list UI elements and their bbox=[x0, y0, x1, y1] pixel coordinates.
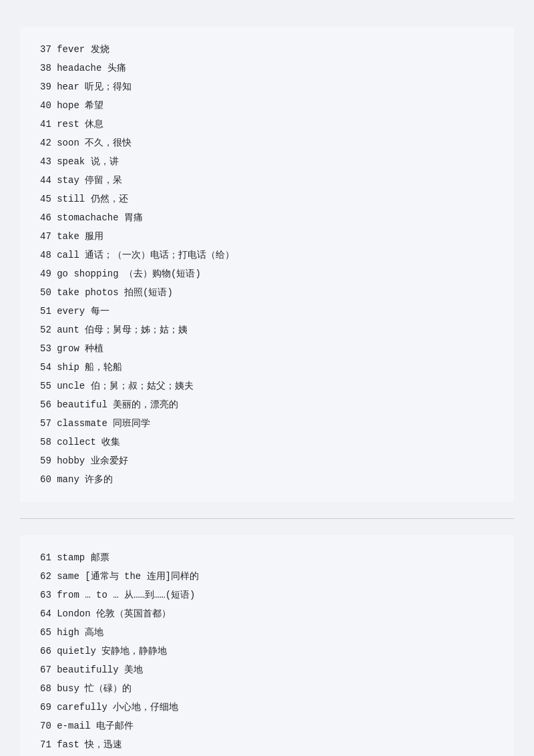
list-item: 40 hope 希望 bbox=[40, 96, 494, 115]
section-divider bbox=[20, 518, 514, 519]
list-item: 55 uncle 伯；舅；叔；姑父；姨夫 bbox=[40, 377, 494, 395]
list-item: 65 high 高地 bbox=[40, 623, 494, 642]
list-item: 52 aunt 伯母；舅母；姊；姑；姨 bbox=[40, 321, 494, 339]
list-item: 49 go shopping （去）购物(短语) bbox=[40, 264, 494, 283]
list-item: 71 fast 快，迅速 bbox=[40, 735, 494, 754]
list-item: 54 ship 船，轮船 bbox=[40, 358, 494, 377]
list-item: 37 fever 发烧 bbox=[40, 40, 494, 59]
list-item: 43 speak 说，讲 bbox=[40, 152, 494, 171]
page-container: 37 fever 发烧38 headache 头痛39 hear 听见；得知40… bbox=[0, 0, 534, 756]
list-item: 38 headache 头痛 bbox=[40, 59, 494, 77]
list-item: 70 e-mail 电子邮件 bbox=[40, 717, 494, 735]
vocab-section-1: 37 fever 发烧38 headache 头痛39 hear 听见；得知40… bbox=[20, 27, 514, 502]
list-item: 41 rest 休息 bbox=[40, 115, 494, 134]
list-item: 47 take 服用 bbox=[40, 227, 494, 246]
list-item: 58 collect 收集 bbox=[40, 433, 494, 451]
list-item: 46 stomachache 胃痛 bbox=[40, 208, 494, 227]
list-item: 59 hobby 业余爱好 bbox=[40, 451, 494, 470]
list-item: 48 call 通话；（一次）电话；打电话（给） bbox=[40, 246, 494, 264]
list-item: 51 every 每一 bbox=[40, 302, 494, 321]
list-item: 63 from … to … 从……到……(短语) bbox=[40, 586, 494, 604]
list-item: 53 grow 种植 bbox=[40, 339, 494, 358]
list-item: 62 same [通常与 the 连用]同样的 bbox=[40, 567, 494, 586]
list-item: 67 beautifully 美地 bbox=[40, 660, 494, 679]
list-item: 50 take photos 拍照(短语) bbox=[40, 283, 494, 302]
vocab-section-2: 61 stamp 邮票62 same [通常与 the 连用]同样的63 fro… bbox=[20, 535, 514, 756]
list-item: 56 beautiful 美丽的，漂亮的 bbox=[40, 395, 494, 414]
list-item: 39 hear 听见；得知 bbox=[40, 77, 494, 96]
list-item: 64 London 伦敦（英国首都） bbox=[40, 604, 494, 623]
list-item: 44 stay 停留，呆 bbox=[40, 171, 494, 190]
list-item: 69 carefully 小心地，仔细地 bbox=[40, 698, 494, 717]
list-item: 66 quietly 安静地，静静地 bbox=[40, 642, 494, 660]
list-item: 57 classmate 同班同学 bbox=[40, 414, 494, 433]
list-item: 60 many 许多的 bbox=[40, 470, 494, 489]
list-item: 42 soon 不久，很快 bbox=[40, 134, 494, 152]
list-item: 68 busy 忙（碌）的 bbox=[40, 679, 494, 698]
list-item: 61 stamp 邮票 bbox=[40, 548, 494, 567]
list-item: 45 still 仍然，还 bbox=[40, 190, 494, 208]
